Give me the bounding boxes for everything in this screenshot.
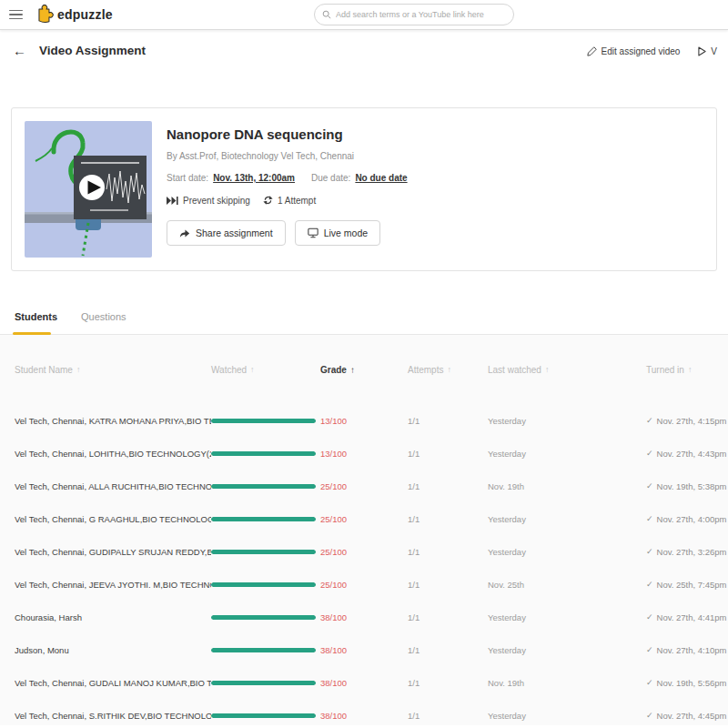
student-name: Judson, Monu: [15, 645, 211, 655]
play-outline-icon: [698, 46, 706, 56]
attempts-value: 1/1: [408, 711, 488, 721]
column-header-attempts[interactable]: Attempts↑: [408, 365, 488, 375]
table-header-row: Student Name↑ Watched↑ Grade↑ Attempts↑ …: [0, 335, 728, 404]
last-watched-value: Yesterday: [488, 416, 646, 426]
edpuzzle-logo-icon: [34, 5, 54, 25]
grade-value: 25/100: [320, 547, 408, 557]
search-icon: [322, 10, 331, 19]
edit-assigned-video-button[interactable]: Edit assigned video: [587, 46, 681, 56]
watched-progress-fill: [211, 517, 316, 521]
turned-in-value: ✓ Nov. 27th, 4:43pm: [646, 449, 728, 459]
student-name: Vel Tech, Chennai, GUDIPALLY SRUJAN REDD…: [15, 547, 211, 557]
grade-value: 25/100: [320, 580, 408, 590]
student-row[interactable]: Vel Tech, Chennai, GUDALI MANOJ KUMAR,BI…: [0, 666, 728, 699]
check-icon: ✓: [646, 612, 653, 622]
brand-name: edpuzzle: [57, 7, 113, 22]
student-name: Chourasia, Harsh: [15, 612, 211, 622]
watch-video-button[interactable]: V: [698, 46, 717, 56]
watched-progress: [211, 681, 320, 685]
table-body: Vel Tech, Chennai, KATRA MOHANA PRIYA,BI…: [0, 404, 728, 728]
grade-value: 13/100: [320, 449, 408, 459]
watched-progress-fill: [211, 615, 316, 620]
attempts-value: 1/1: [408, 416, 488, 426]
share-icon: [179, 228, 190, 238]
student-row[interactable]: Chourasia, Harsh 38/100 1/1 Yesterday ✓ …: [0, 601, 728, 633]
sort-arrow-icon: ↑: [688, 365, 693, 374]
edpuzzle-logo[interactable]: edpuzzle: [34, 5, 113, 25]
watched-progress-fill: [211, 484, 316, 489]
student-name: Vel Tech, Chennai, ALLA RUCHITHA,BIO TEC…: [15, 481, 211, 491]
watched-progress: [211, 648, 320, 652]
assignment-card: Nanopore DNA sequencing By Asst.Prof, Bi…: [11, 107, 717, 271]
student-row[interactable]: Vel Tech, Chennai, ALLA RUCHITHA,BIO TEC…: [0, 470, 728, 502]
student-row[interactable]: Vel Tech, Chennai, KATRA MOHANA PRIYA,BI…: [0, 404, 728, 437]
sort-arrow-icon: ↑: [250, 365, 255, 374]
tab-questions[interactable]: Questions: [81, 311, 126, 334]
share-assignment-button[interactable]: Share assignment: [167, 220, 286, 246]
edit-pencil-icon: [587, 46, 597, 56]
column-header-grade[interactable]: Grade↑: [320, 365, 408, 375]
search-bar[interactable]: [314, 4, 514, 25]
back-arrow-icon[interactable]: ←: [13, 44, 26, 57]
check-icon: ✓: [646, 514, 653, 523]
attempts-value: 1/1: [408, 612, 488, 622]
column-header-last-watched[interactable]: Last watched↑: [488, 365, 646, 375]
students-table: Student Name↑ Watched↑ Grade↑ Attempts↑ …: [0, 335, 728, 725]
last-watched-value: Nov. 25th: [488, 580, 646, 590]
grade-value: 25/100: [320, 481, 408, 491]
watched-progress-fill: [211, 419, 316, 423]
watched-progress-fill: [211, 550, 316, 554]
sort-arrow-icon: ↑: [447, 365, 451, 374]
watched-progress: [211, 615, 320, 620]
page-title: Video Assignment: [39, 44, 146, 57]
tabs-bar: Students Questions: [0, 271, 728, 335]
student-row[interactable]: Vel Tech, Chennai, LOHITHA,BIO TECHNOLOG…: [0, 437, 728, 470]
check-icon: ✓: [646, 580, 653, 589]
check-icon: ✓: [646, 481, 653, 490]
grade-value: 38/100: [320, 678, 408, 688]
student-row[interactable]: Vel Tech, Chennai, GUDIPALLY SRUJAN REDD…: [0, 535, 728, 568]
student-name: Vel Tech, Chennai, KATRA MOHANA PRIYA,BI…: [15, 416, 211, 426]
due-date: Due date:No due date: [311, 173, 408, 183]
video-title: Nanopore DNA sequencing: [167, 126, 408, 142]
student-name: Vel Tech, Chennai, G RAAGHUL,BIO TECHNOL…: [15, 514, 211, 524]
student-name: Vel Tech, Chennai, LOHITHA,BIO TECHNOLOG…: [15, 449, 211, 459]
video-author: By Asst.Prof, Biotechnology Vel Tech, Ch…: [167, 151, 408, 161]
start-date: Start date:Nov. 13th, 12:00am: [167, 173, 295, 183]
last-watched-value: Yesterday: [488, 645, 646, 655]
due-date-value[interactable]: No due date: [355, 173, 407, 183]
last-watched-value: Yesterday: [488, 711, 646, 721]
start-date-value[interactable]: Nov. 13th, 12:00am: [213, 173, 295, 183]
live-mode-button[interactable]: Live mode: [295, 220, 380, 246]
sort-arrow-icon: ↑: [545, 365, 550, 374]
watched-progress: [211, 550, 320, 554]
turned-in-value: ✓ Nov. 27th, 4:10pm: [646, 645, 728, 655]
attempts-value: 1/1: [408, 547, 488, 557]
student-row[interactable]: Vel Tech, Chennai, G RAAGHUL,BIO TECHNOL…: [0, 502, 728, 535]
hamburger-menu-icon[interactable]: [9, 10, 23, 20]
turned-in-value: ✓ Nov. 27th, 4:45pm: [646, 711, 728, 721]
student-row[interactable]: Vel Tech, Chennai, JEEVA JYOTHI. M,BIO T…: [0, 568, 728, 601]
attempts-flag: 1 Attempt: [263, 195, 316, 206]
turned-in-value: ✓ Nov. 27th, 4:00pm: [646, 514, 728, 524]
check-icon: ✓: [646, 547, 653, 556]
top-bar: edpuzzle: [0, 0, 728, 30]
turned-in-value: ✓ Nov. 27th, 4:15pm: [646, 416, 728, 426]
prevent-skipping-flag: Prevent skipping: [167, 196, 250, 206]
column-header-watched[interactable]: Watched↑: [211, 365, 320, 375]
watched-progress-fill: [211, 451, 316, 456]
student-row[interactable]: Judson, Monu 38/100 1/1 Yesterday ✓ Nov.…: [0, 633, 728, 666]
column-header-turned-in[interactable]: Turned in↑: [646, 365, 728, 375]
last-watched-value: Yesterday: [488, 514, 646, 524]
column-header-student-name[interactable]: Student Name↑: [15, 365, 211, 375]
tab-students[interactable]: Students: [15, 311, 57, 334]
turned-in-value: ✓ Nov. 19th, 5:56pm: [646, 678, 728, 688]
student-row[interactable]: Vel Tech, Chennai, S.RITHIK DEV,BIO TECH…: [0, 699, 728, 728]
sort-arrow-icon: ↑: [350, 365, 355, 375]
watched-progress-fill: [211, 648, 316, 652]
grade-value: 38/100: [320, 645, 408, 655]
search-input[interactable]: [336, 10, 506, 19]
watched-progress: [211, 582, 320, 587]
video-thumbnail[interactable]: [25, 121, 152, 258]
attempts-value: 1/1: [408, 481, 488, 491]
